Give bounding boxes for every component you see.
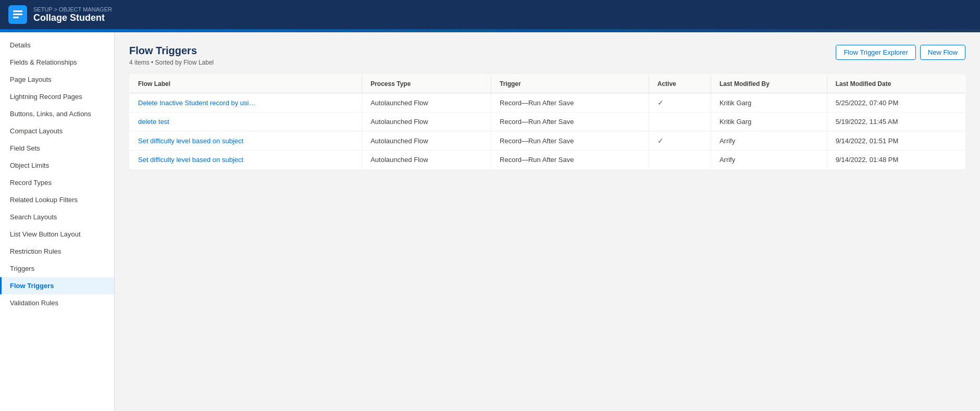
sidebar-item-details[interactable]: Details [0,36,114,54]
header-actions: Flow Trigger Explorer New Flow [836,45,965,60]
col-header-last-modified-date: Last Modified Date [827,75,965,93]
row-0-last-modified-date: 5/25/2022, 07:40 PM [827,93,965,113]
row-1-trigger: Record—Run After Save [491,113,649,131]
breadcrumb-separator: > [54,6,57,13]
row-0-process-type: Autolaunched Flow [362,93,491,113]
table-header-row: Flow LabelProcess TypeTriggerActiveLast … [130,75,965,93]
row-2-active: ✓ [649,131,711,151]
row-2-process-type: Autolaunched Flow [362,131,491,151]
table-header: Flow LabelProcess TypeTriggerActiveLast … [130,75,965,93]
col-header-trigger: Trigger [491,75,649,93]
object-manager-link[interactable]: OBJECT MANAGER [59,6,112,13]
row-3-flow-label-link[interactable]: Set difficulty level based on subject [138,156,243,164]
row-3-flow-label: Set difficulty level based on subject [130,151,362,169]
table-row: Set difficulty level based on subjectAut… [130,151,965,169]
row-2-flow-label: Set difficulty level based on subject [130,131,362,151]
sidebar-item-list-view-button-layout[interactable]: List View Button Layout [0,226,114,243]
row-2-last-modified-by: Arrify [711,131,827,151]
breadcrumb-trail: SETUP > OBJECT MANAGER [33,6,112,13]
svg-rect-1 [13,14,22,15]
sidebar-item-object-limits[interactable]: Object Limits [0,157,114,174]
flow-triggers-table: Flow LabelProcess TypeTriggerActiveLast … [129,74,965,169]
row-1-process-type: Autolaunched Flow [362,113,491,131]
sidebar-item-buttons-links-actions[interactable]: Buttons, Links, and Actions [0,105,114,122]
table-body: Delete Inactive Student record by usi…Au… [130,93,965,169]
row-3-last-modified-date: 9/14/2022, 01:48 PM [827,151,965,169]
row-1-active [649,113,711,131]
app-icon [8,5,27,24]
main-content: Flow Triggers 4 items • Sorted by Flow L… [115,32,980,411]
row-3-process-type: Autolaunched Flow [362,151,491,169]
table-row: Set difficulty level based on subjectAut… [130,131,965,151]
section-info: Flow Triggers 4 items • Sorted by Flow L… [129,45,214,66]
col-header-flow-label: Flow Label [130,75,362,93]
col-header-last-modified-by: Last Modified By [711,75,827,93]
row-0-active: ✓ [649,93,711,113]
sidebar-item-restriction-rules[interactable]: Restriction Rules [0,243,114,260]
sidebar-item-triggers[interactable]: Triggers [0,260,114,277]
new-flow-button[interactable]: New Flow [920,45,965,60]
row-0-flow-label: Delete Inactive Student record by usi… [130,93,362,113]
row-3-active [649,151,711,169]
svg-rect-2 [13,17,19,18]
row-0-flow-label-link[interactable]: Delete Inactive Student record by usi… [138,99,255,107]
row-2-last-modified-date: 9/14/2022, 01:51 PM [827,131,965,151]
sidebar: DetailsFields & RelationshipsPage Layout… [0,32,115,411]
sidebar-item-search-layouts[interactable]: Search Layouts [0,208,114,226]
sidebar-item-lightning-record-pages[interactable]: Lightning Record Pages [0,88,114,105]
setup-link[interactable]: SETUP [33,6,52,13]
row-2-flow-label-link[interactable]: Set difficulty level based on subject [138,137,243,145]
row-2-trigger: Record—Run After Save [491,131,649,151]
flow-trigger-explorer-button[interactable]: Flow Trigger Explorer [836,45,916,60]
table-row: delete testAutolaunched FlowRecord—Run A… [130,113,965,131]
sidebar-item-field-sets[interactable]: Field Sets [0,140,114,157]
section-title: Flow Triggers [129,45,214,57]
row-2-active-checkmark: ✓ [658,136,664,145]
table-row: Delete Inactive Student record by usi…Au… [130,93,965,113]
col-header-process-type: Process Type [362,75,491,93]
page-title: Collage Student [33,13,112,23]
app-breadcrumb: SETUP > OBJECT MANAGER Collage Student [33,6,112,23]
sidebar-item-validation-rules[interactable]: Validation Rules [0,294,114,312]
items-info: 4 items • Sorted by Flow Label [129,59,214,66]
sidebar-item-compact-layouts[interactable]: Compact Layouts [0,122,114,140]
layout: DetailsFields & RelationshipsPage Layout… [0,32,980,411]
row-3-last-modified-by: Arrify [711,151,827,169]
row-1-flow-label-link[interactable]: delete test [138,118,169,126]
svg-rect-0 [13,10,22,12]
sidebar-item-record-types[interactable]: Record Types [0,174,114,191]
row-0-last-modified-by: Kritik Garg [711,93,827,113]
app-header: SETUP > OBJECT MANAGER Collage Student [0,0,980,29]
row-1-last-modified-date: 5/19/2022, 11:45 AM [827,113,965,131]
sidebar-item-fields-relationships[interactable]: Fields & Relationships [0,54,114,71]
row-1-flow-label: delete test [130,113,362,131]
row-1-last-modified-by: Kritik Garg [711,113,827,131]
sidebar-item-flow-triggers[interactable]: Flow Triggers [0,277,114,294]
sidebar-item-page-layouts[interactable]: Page Layouts [0,71,114,88]
row-0-trigger: Record—Run After Save [491,93,649,113]
row-3-trigger: Record—Run After Save [491,151,649,169]
sidebar-item-related-lookup-filters[interactable]: Related Lookup Filters [0,191,114,208]
row-0-active-checkmark: ✓ [658,98,664,107]
content-header: Flow Triggers 4 items • Sorted by Flow L… [129,45,965,66]
col-header-active: Active [649,75,711,93]
